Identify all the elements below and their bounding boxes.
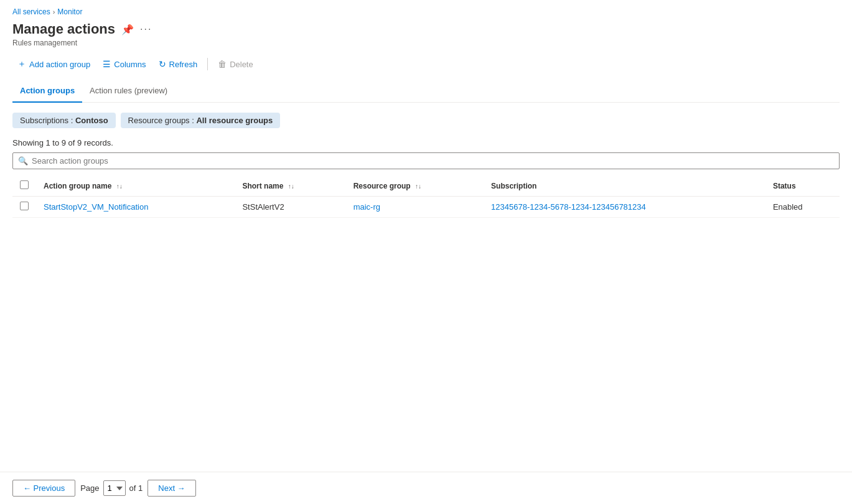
breadcrumb-monitor[interactable]: Monitor bbox=[57, 7, 82, 16]
select-all-header[interactable] bbox=[12, 175, 36, 197]
row-resource-group-0: maic-rg bbox=[346, 197, 484, 218]
page-subtitle: Rules management bbox=[12, 39, 840, 47]
breadcrumb: All services › Monitor bbox=[0, 0, 852, 19]
records-count: Showing 1 to 9 of 9 records. bbox=[12, 138, 840, 147]
search-box[interactable]: 🔍 bbox=[12, 152, 840, 169]
sort-arrows-resource-group: ↑↓ bbox=[415, 183, 421, 190]
sort-arrows-short-name: ↑↓ bbox=[288, 183, 294, 190]
tabs-bar: Action groups Action rules (preview) bbox=[12, 80, 840, 103]
page-title: Manage actions bbox=[12, 21, 115, 37]
subscriptions-filter[interactable]: Subscriptions : Contoso bbox=[12, 113, 116, 128]
add-icon: ＋ bbox=[17, 58, 26, 70]
breadcrumb-sep-1: › bbox=[53, 8, 55, 16]
table-header-row: Action group name ↑↓ Short name ↑↓ Resou… bbox=[12, 175, 840, 197]
resource-groups-filter[interactable]: Resource groups : All resource groups bbox=[121, 113, 281, 128]
breadcrumb-all-services[interactable]: All services bbox=[12, 7, 50, 16]
content-area: Subscriptions : Contoso Resource groups … bbox=[0, 103, 852, 228]
row-subscription-0: 12345678-1234-5678-1234-123456781234 bbox=[484, 197, 765, 218]
tab-action-rules[interactable]: Action rules (preview) bbox=[82, 80, 175, 103]
delete-button[interactable]: 🗑 Delete bbox=[213, 55, 258, 73]
col-header-short-name[interactable]: Short name ↑↓ bbox=[235, 175, 345, 197]
subscription-link-0[interactable]: 12345678-1234-5678-1234-123456781234 bbox=[491, 202, 646, 212]
col-header-subscription: Subscription bbox=[484, 175, 765, 197]
more-options-icon[interactable]: ··· bbox=[140, 24, 152, 35]
toolbar: ＋ Add action group ☰ Columns ↻ Refresh 🗑… bbox=[0, 47, 852, 73]
columns-button[interactable]: ☰ Columns bbox=[98, 55, 151, 73]
add-action-group-button[interactable]: ＋ Add action group bbox=[12, 55, 95, 73]
select-all-checkbox[interactable] bbox=[20, 180, 29, 189]
sort-arrows-name: ↑↓ bbox=[116, 183, 123, 190]
table-row: StartStopV2_VM_Notification StStAlertV2 … bbox=[12, 197, 840, 218]
col-header-resource-group[interactable]: Resource group ↑↓ bbox=[346, 175, 484, 197]
col-header-action-group-name[interactable]: Action group name ↑↓ bbox=[36, 175, 235, 197]
page-header: Manage actions 📌 ··· Rules management bbox=[0, 19, 852, 47]
row-checkbox-cell-0[interactable] bbox=[12, 197, 36, 218]
resource-group-link-0[interactable]: maic-rg bbox=[353, 202, 380, 212]
row-short-name-0: StStAlertV2 bbox=[235, 197, 345, 218]
toolbar-divider bbox=[207, 58, 208, 70]
tab-action-groups[interactable]: Action groups bbox=[12, 80, 82, 103]
search-icon: 🔍 bbox=[18, 156, 28, 166]
row-checkbox-0[interactable] bbox=[20, 202, 29, 210]
filter-bar: Subscriptions : Contoso Resource groups … bbox=[12, 113, 840, 128]
row-status-0: Enabled bbox=[765, 197, 840, 218]
columns-icon: ☰ bbox=[103, 59, 111, 69]
delete-icon: 🗑 bbox=[218, 59, 227, 69]
action-group-name-link-0[interactable]: StartStopV2_VM_Notification bbox=[44, 202, 148, 212]
row-action-group-name-0: StartStopV2_VM_Notification bbox=[36, 197, 235, 218]
refresh-button[interactable]: ↻ Refresh bbox=[154, 55, 203, 73]
col-header-status: Status bbox=[765, 175, 840, 197]
search-input[interactable] bbox=[32, 156, 834, 166]
pin-icon[interactable]: 📌 bbox=[121, 24, 134, 35]
refresh-icon: ↻ bbox=[159, 59, 166, 69]
action-groups-table: Action group name ↑↓ Short name ↑↓ Resou… bbox=[12, 175, 840, 218]
